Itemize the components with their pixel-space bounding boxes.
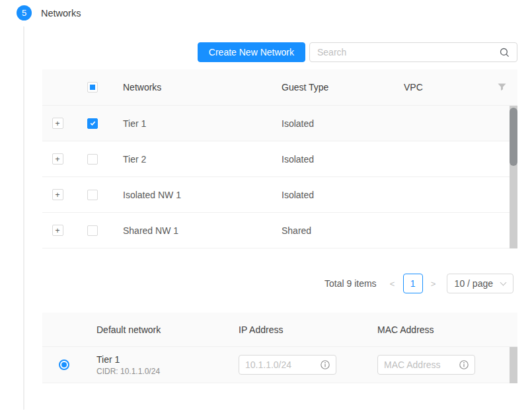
ip-address-input[interactable] [245,359,317,370]
table-row[interactable]: + Isolated NW 1 Isolated [42,177,517,213]
search-box[interactable] [309,42,517,62]
network-cidr: CIDR: 10.1.1.0/24 [96,367,228,376]
pagination: Total 9 items < 1 > 10 / page [42,274,513,293]
table-scrollbar-thumb[interactable] [510,108,517,166]
column-header-default-network: Default network [86,324,228,335]
pagination-total: Total 9 items [324,278,377,289]
column-header-networks: Networks [112,82,271,93]
step-connector-line [23,26,24,410]
table-row[interactable]: + Tier 1 Isolated [42,106,517,141]
search-input[interactable] [317,47,500,57]
select-all-cell [73,82,112,93]
default-network-name-cell: Tier 1 CIDR: 10.1.1.0/24 [86,354,228,376]
column-header-ip-address: IP Address [228,324,367,335]
info-circle-icon[interactable] [459,360,469,369]
networks-table-header: Networks Guest Type VPC [42,69,517,106]
guest-type: Isolated [271,118,393,129]
row-checkbox[interactable] [87,225,98,236]
step-number-badge: 5 [17,5,32,20]
networks-table-body: + Tier 1 Isolated + Tier 2 Isolated [42,106,517,248]
expand-row-button[interactable]: + [52,153,63,165]
filter-funnel-icon[interactable] [498,83,506,91]
page-size-value: 10 / page [455,278,493,289]
expand-row-button[interactable]: + [52,118,63,129]
guest-type: Isolated [271,154,393,165]
table-scrollbar-track[interactable] [510,106,517,248]
expand-row-button[interactable]: + [52,189,63,200]
table-row[interactable]: + Shared NW 1 Shared [42,213,517,248]
network-name: Shared NW 1 [112,225,271,236]
networks-table: Networks Guest Type VPC + Tier 1 Isolate… [42,69,517,248]
table-row[interactable]: + Tier 2 Isolated [42,141,517,177]
step-number: 5 [22,8,26,18]
guest-type: Isolated [271,190,393,200]
guest-type: Shared [271,225,393,236]
page-title: Networks [41,8,81,19]
column-header-vpc: VPC [393,82,486,93]
network-name: Tier 1 [96,354,228,365]
table-scrollbar-track[interactable] [510,347,517,383]
default-network-table: Default network IP Address MAC Address T… [42,313,517,383]
info-circle-icon[interactable] [321,360,330,369]
create-new-network-button[interactable]: Create New Network [198,42,305,62]
expand-row-button[interactable]: + [52,225,63,236]
network-name: Isolated NW 1 [112,190,271,200]
default-network-radio[interactable] [59,359,69,370]
ip-address-input-box[interactable] [239,355,336,375]
default-network-table-header: Default network IP Address MAC Address [42,313,517,347]
mac-address-input[interactable] [384,359,455,370]
row-checkbox[interactable] [87,154,98,165]
networks-wizard-step: 5 Networks Create New Network Networks G… [0,0,532,415]
default-network-table-body: Tier 1 CIDR: 10.1.1.0/24 [42,347,517,383]
row-checkbox[interactable] [87,118,98,129]
chevron-down-icon [500,279,507,285]
row-checkbox[interactable] [87,190,98,200]
pagination-prev-button[interactable]: < [386,279,399,289]
page-size-select[interactable]: 10 / page [447,274,513,293]
network-name: Tier 2 [112,154,271,165]
pagination-page-1[interactable]: 1 [403,274,423,293]
network-name: Tier 1 [112,118,271,129]
search-icon[interactable] [500,48,510,57]
pagination-next-button[interactable]: > [427,279,440,289]
toolbar: Create New Network [42,42,517,62]
select-all-checkbox[interactable] [87,82,98,93]
column-header-mac-address: MAC Address [367,324,517,335]
filter-cell [486,83,517,91]
mac-address-input-box[interactable] [377,355,475,375]
column-header-guest-type: Guest Type [271,82,393,93]
default-network-row[interactable]: Tier 1 CIDR: 10.1.1.0/24 [42,347,517,383]
